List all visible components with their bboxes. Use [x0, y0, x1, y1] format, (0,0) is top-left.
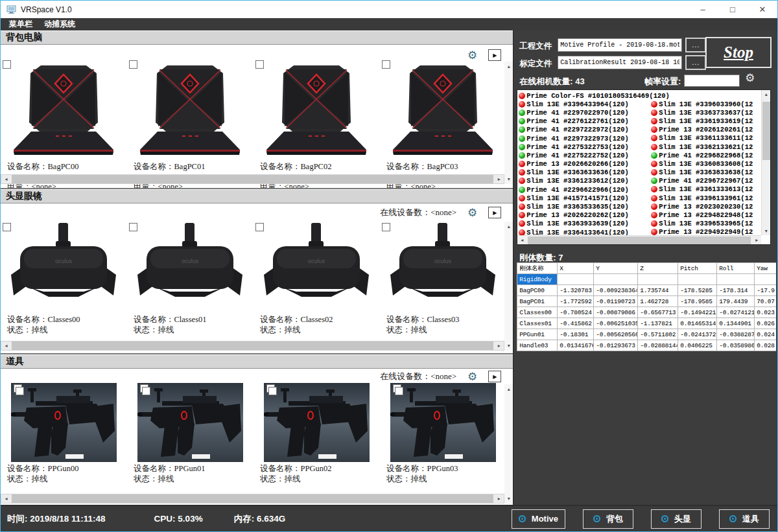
scroll-up-icon[interactable]: ▴: [765, 91, 768, 97]
camera-list-vertical-scrollbar[interactable]: ▴▾: [761, 90, 770, 235]
scroll-down-icon[interactable]: ▾: [765, 228, 768, 234]
table-cell[interactable]: 0.0406225: [678, 340, 717, 351]
table-cell[interactable]: [678, 274, 717, 285]
scroll-right-icon[interactable]: ▸: [752, 237, 761, 243]
scroll-down-icon[interactable]: ▾: [508, 176, 510, 182]
table-cell[interactable]: RigidBody: [517, 274, 558, 285]
table-cell[interactable]: 0.024: [755, 329, 777, 340]
device-select-checkbox[interactable]: [129, 223, 137, 231]
rigid-body-row[interactable]: Classes01-0.415862-0.006251035-1.1378210…: [517, 318, 777, 329]
table-cell[interactable]: 1.462728: [638, 296, 678, 307]
table-cell[interactable]: -0.01190723: [594, 296, 638, 307]
stop-button[interactable]: Stop: [705, 37, 772, 68]
table-cell[interactable]: [717, 274, 755, 285]
camera-list-item[interactable]: Slim 13E #3360833608(12: [651, 159, 753, 168]
table-cell[interactable]: -0.780524: [558, 307, 594, 318]
table-cell[interactable]: 0.1344901: [717, 318, 755, 329]
scrollbar-thumb[interactable]: [528, 237, 751, 244]
camera-list-item[interactable]: Slim 13E #3361133611(12: [651, 134, 753, 143]
table-cell[interactable]: -178.314: [717, 285, 755, 296]
table-cell[interactable]: BagPC00: [517, 285, 558, 296]
vertical-scrollbar[interactable]: ▴▾: [504, 222, 513, 351]
camera-list-item[interactable]: Slim 13E #3396433964(120): [519, 100, 670, 108]
play-button[interactable]: ▶: [488, 371, 501, 382]
table-cell[interactable]: -17.9: [755, 285, 777, 296]
menu-item-mocap[interactable]: 动捕系统: [44, 19, 75, 30]
table-cell[interactable]: -178.5285: [678, 285, 717, 296]
table-cell[interactable]: Classes01: [517, 318, 558, 329]
horizontal-scrollbar[interactable]: ◂▸: [1, 341, 504, 351]
camera-list-item[interactable]: Prime 13 #2023020230(12: [651, 202, 753, 211]
table-cell[interactable]: 0.028: [755, 340, 777, 351]
table-cell[interactable]: 0.01465314: [678, 318, 717, 329]
minimize-button[interactable]: –: [688, 1, 718, 18]
statusbar-button-motive[interactable]: Motive: [512, 509, 565, 529]
device-select-checkbox[interactable]: [3, 223, 11, 231]
device-select-checkbox[interactable]: [255, 60, 264, 69]
table-cell[interactable]: -1.320783: [558, 285, 594, 296]
device-select-checkbox[interactable]: [382, 60, 390, 69]
table-cell[interactable]: -0.5711802: [638, 329, 678, 340]
camera-list-item[interactable]: Slim 13E #3396133961(12: [651, 194, 753, 202]
horizontal-scrollbar[interactable]: ◂▸: [1, 174, 504, 184]
table-cell[interactable]: -0.02888144: [638, 340, 678, 351]
table-cell[interactable]: 70.07: [755, 296, 777, 307]
table-cell[interactable]: -0.009238364: [594, 285, 638, 296]
rigid-body-row[interactable]: Classes00-0.780524-0.00879086-0.6567713-…: [517, 307, 777, 318]
close-button[interactable]: ✕: [748, 1, 777, 18]
device-select-checkbox[interactable]: [255, 223, 264, 231]
camera-list-item[interactable]: Slim 13E #3361333613(12: [651, 185, 753, 194]
maximize-button[interactable]: □: [718, 1, 748, 18]
statusbar-button-props[interactable]: 道具: [719, 509, 770, 529]
table-cell[interactable]: [638, 274, 678, 285]
settings-gear-icon[interactable]: ⚙: [467, 50, 477, 61]
camera-list-item[interactable]: Slim 13E #3396033960(12: [651, 100, 753, 108]
scroll-left-icon[interactable]: ◂: [517, 237, 526, 243]
table-cell[interactable]: -0.006251035: [594, 318, 638, 329]
device-select-checkbox[interactable]: [268, 387, 277, 395]
horizontal-scrollbar[interactable]: ◂▸: [1, 494, 504, 503]
play-button[interactable]: ▶: [488, 49, 501, 61]
scroll-down-icon[interactable]: ▾: [508, 343, 510, 349]
camera-list-item[interactable]: Prime 41 #2276122761(120): [519, 117, 670, 126]
scroll-right-icon[interactable]: ▸: [494, 343, 504, 349]
camera-list-item[interactable]: Prime 41 #2296622966(120): [519, 185, 670, 194]
scroll-left-icon[interactable]: ◂: [1, 176, 11, 182]
camera-list-item[interactable]: Slim 13E #3363533635(120): [519, 202, 670, 211]
camera-list-item[interactable]: Prime 13 #2026220262(120): [519, 211, 670, 220]
scroll-left-icon[interactable]: ◂: [1, 343, 11, 349]
table-cell[interactable]: -178.9585: [678, 296, 717, 307]
frame-rate-input[interactable]: [684, 75, 740, 87]
camera-list-item[interactable]: Prime 41 #2297322973(120): [519, 134, 670, 143]
camera-list-item[interactable]: Prime Color-FS #10101805316469(120): [519, 91, 670, 100]
table-cell[interactable]: [594, 274, 638, 285]
scrollbar-thumb[interactable]: [12, 175, 493, 183]
rigid-body-row[interactable]: Handle030.01341676-0.01293673-0.02888144…: [517, 340, 777, 351]
scroll-up-icon[interactable]: ▴: [508, 386, 510, 392]
rigid-body-row[interactable]: BagPC00-1.320783-0.0092383641.735744-178…: [517, 285, 777, 296]
rigid-body-row[interactable]: RigidBody: [517, 274, 777, 285]
vertical-scrollbar[interactable]: ▴▾: [504, 62, 513, 184]
table-cell[interactable]: BagPC01: [517, 296, 558, 307]
scroll-right-icon[interactable]: ▸: [494, 176, 504, 182]
camera-list-item[interactable]: Slim 13E #3362133621(12: [651, 143, 753, 151]
rigid-body-row[interactable]: PPGun01-0.18301-0.005620566-0.5711802-0.…: [517, 329, 777, 340]
table-cell[interactable]: [755, 274, 777, 285]
project-file-input[interactable]: [558, 38, 682, 52]
camera-list-item[interactable]: Prime 41 #2297022970(120): [519, 108, 670, 117]
camera-list-item[interactable]: Prime 13 #2026120261(12: [651, 126, 753, 134]
camera-list-item[interactable]: Prime 41 #2275222752(120): [519, 151, 670, 159]
statusbar-button-backpack[interactable]: 背包: [583, 509, 633, 529]
play-button[interactable]: ▶: [488, 207, 501, 218]
device-select-checkbox[interactable]: [129, 60, 137, 69]
table-cell[interactable]: -0.18301: [558, 329, 594, 340]
camera-list-item[interactable]: Slim 13E #3361933619(12: [651, 117, 753, 125]
camera-list-item[interactable]: Prime 41 #2275322753(120): [519, 143, 670, 151]
camera-list-item[interactable]: Prime 13 #2026620266(120): [519, 160, 670, 168]
table-cell[interactable]: -0.1494221: [678, 307, 717, 318]
camera-list-item[interactable]: Slim 13E #3363733637(12: [651, 108, 753, 117]
device-select-checkbox[interactable]: [382, 223, 390, 231]
camera-list-item[interactable]: Slim 13E #3363833638(12: [651, 168, 753, 177]
table-cell[interactable]: -0.005620566: [594, 329, 638, 340]
camera-list-horizontal-scrollbar[interactable]: ◂▸: [517, 235, 761, 244]
